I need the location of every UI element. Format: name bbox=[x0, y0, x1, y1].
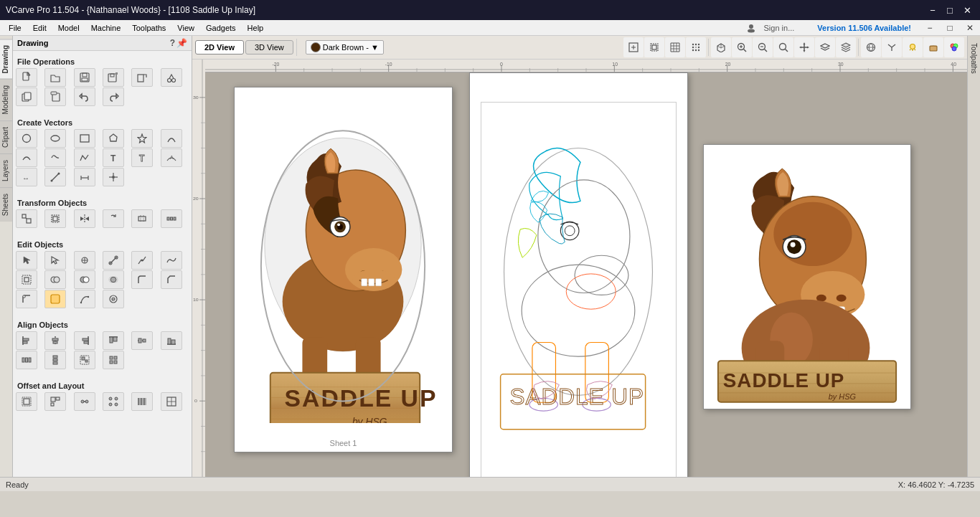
tool-align-middle-h[interactable] bbox=[131, 331, 153, 350]
drawing-help-icon[interactable]: ? bbox=[170, 38, 175, 48]
tool-highlight[interactable] bbox=[44, 290, 66, 308]
menu-view[interactable]: View bbox=[171, 22, 200, 34]
tool-step-repeat[interactable] bbox=[74, 392, 95, 411]
tool-snap[interactable] bbox=[103, 290, 124, 308]
tool-ungroup[interactable] bbox=[103, 351, 124, 369]
tool-space-horiz[interactable] bbox=[16, 351, 37, 369]
tool-select[interactable] bbox=[16, 251, 37, 270]
tool-toggle-layers[interactable] bbox=[815, 37, 835, 57]
tool-mirror[interactable] bbox=[74, 209, 95, 228]
menu-edit[interactable]: Edit bbox=[27, 22, 52, 34]
tool-text[interactable]: T bbox=[103, 148, 124, 167]
tool-boolean-subtract[interactable] bbox=[74, 270, 95, 289]
menu-machine[interactable]: Machine bbox=[85, 22, 127, 34]
tool-scale[interactable] bbox=[16, 209, 37, 228]
tool-zoom-prev[interactable] bbox=[773, 37, 793, 57]
titlebar-close[interactable]: ✕ bbox=[960, 4, 974, 16]
side-tab-modeling[interactable]: Modeling bbox=[0, 79, 12, 120]
tool-stretch[interactable] bbox=[131, 209, 153, 228]
menu-file[interactable]: File bbox=[3, 22, 27, 34]
signin-link[interactable]: Sign in... bbox=[740, 21, 806, 35]
tool-ellipse[interactable] bbox=[44, 129, 66, 148]
tool-fit-selection[interactable] bbox=[644, 37, 664, 57]
tool-align-right[interactable] bbox=[74, 331, 95, 350]
tool-nesting[interactable] bbox=[44, 392, 66, 411]
tool-rectangle[interactable] bbox=[74, 129, 95, 148]
tool-join-vectors[interactable] bbox=[131, 251, 153, 270]
tool-3d-color[interactable] bbox=[944, 37, 964, 57]
side-tab-sheets[interactable]: Sheets bbox=[0, 187, 12, 222]
tool-dimension[interactable] bbox=[74, 168, 95, 186]
tool-3d-light[interactable] bbox=[903, 37, 923, 57]
tool-polygon[interactable] bbox=[103, 129, 124, 148]
tool-boolean-union[interactable] bbox=[44, 270, 66, 289]
tool-zoom-in[interactable] bbox=[732, 37, 752, 57]
tool-redo[interactable] bbox=[103, 87, 124, 106]
drawing-canvas[interactable]: SADDLE UP by HSG Sheet 1 bbox=[205, 72, 967, 477]
tool-offset[interactable] bbox=[16, 270, 37, 289]
signin-min[interactable]: − bbox=[923, 21, 937, 35]
tool-align-top[interactable] bbox=[103, 331, 124, 350]
tool-node-select[interactable] bbox=[44, 251, 66, 270]
tool-smooth[interactable] bbox=[161, 251, 182, 270]
tool-save-as[interactable] bbox=[103, 68, 124, 87]
tool-text-outline[interactable]: T bbox=[131, 148, 153, 167]
version-link[interactable]: Version 11.506 Available! bbox=[811, 22, 917, 34]
tool-boolean-intersection[interactable] bbox=[103, 270, 124, 289]
tool-polyline[interactable] bbox=[74, 148, 95, 167]
menu-model[interactable]: Model bbox=[52, 22, 85, 34]
menu-toolpaths[interactable]: Toolpaths bbox=[126, 22, 171, 34]
tool-distribute[interactable] bbox=[161, 209, 182, 228]
tool-line[interactable] bbox=[44, 168, 66, 186]
tool-export[interactable] bbox=[131, 68, 153, 87]
tool-text-on-curve[interactable]: A bbox=[161, 148, 182, 167]
tool-barcode[interactable] bbox=[131, 392, 153, 411]
tool-paste[interactable] bbox=[44, 87, 66, 106]
tool-zoom-grid[interactable] bbox=[665, 37, 685, 57]
tool-fit-all[interactable] bbox=[623, 37, 644, 57]
tool-copy[interactable] bbox=[16, 87, 37, 106]
tool-3d-reset[interactable] bbox=[861, 37, 881, 57]
tool-fillet[interactable] bbox=[131, 270, 153, 289]
tool-dogbone[interactable] bbox=[16, 290, 37, 308]
tab-3d-view[interactable]: 3D View bbox=[245, 40, 293, 54]
tool-bezier[interactable] bbox=[161, 129, 182, 148]
tool-toggle-vectors[interactable] bbox=[836, 37, 856, 57]
tool-sheet-layout[interactable] bbox=[161, 392, 182, 411]
side-tab-layers[interactable]: Layers bbox=[0, 153, 12, 187]
tool-cut-vectors[interactable] bbox=[103, 251, 124, 270]
tool-zoom-out[interactable] bbox=[753, 37, 773, 57]
side-tab-drawing[interactable]: Drawing bbox=[0, 39, 12, 79]
tool-chamfer[interactable] bbox=[161, 270, 182, 289]
tool-undo[interactable] bbox=[74, 87, 95, 106]
side-tab-clipart[interactable]: Clipart bbox=[0, 120, 12, 153]
tool-spiro[interactable] bbox=[44, 148, 66, 167]
tool-transform-point[interactable] bbox=[103, 168, 124, 186]
tool-variable-text[interactable]: ↔ bbox=[16, 168, 37, 186]
tool-arc[interactable] bbox=[16, 148, 37, 167]
tool-move[interactable] bbox=[44, 209, 66, 228]
tool-rotate[interactable] bbox=[103, 209, 124, 228]
tab-2d-view[interactable]: 2D View bbox=[195, 40, 244, 54]
tool-group[interactable] bbox=[74, 351, 95, 369]
tool-3d-material[interactable] bbox=[923, 37, 943, 57]
menu-gadgets[interactable]: Gadgets bbox=[200, 22, 242, 34]
titlebar-max[interactable]: □ bbox=[943, 4, 957, 16]
tool-align-left[interactable] bbox=[16, 331, 37, 350]
canvas-background[interactable]: -20 -10 0 bbox=[205, 60, 967, 477]
tool-align-bottom[interactable] bbox=[161, 331, 182, 350]
titlebar-min[interactable]: − bbox=[925, 4, 940, 16]
tool-cut[interactable] bbox=[161, 68, 182, 87]
tool-space-vert[interactable] bbox=[44, 351, 66, 369]
tool-circle[interactable] bbox=[16, 129, 37, 148]
tool-3d-view-x[interactable] bbox=[882, 37, 902, 57]
tool-view-iso[interactable] bbox=[711, 37, 731, 57]
menu-help[interactable]: Help bbox=[242, 22, 270, 34]
toolpaths-label[interactable]: Toolpaths bbox=[969, 39, 979, 78]
tool-interactive[interactable] bbox=[74, 251, 95, 270]
tool-save[interactable] bbox=[74, 68, 95, 87]
tool-star[interactable] bbox=[131, 129, 153, 148]
tool-offset-path[interactable] bbox=[16, 392, 37, 411]
tool-fit-curves[interactable] bbox=[74, 290, 95, 308]
drawing-pin-icon[interactable]: 📌 bbox=[176, 38, 187, 48]
